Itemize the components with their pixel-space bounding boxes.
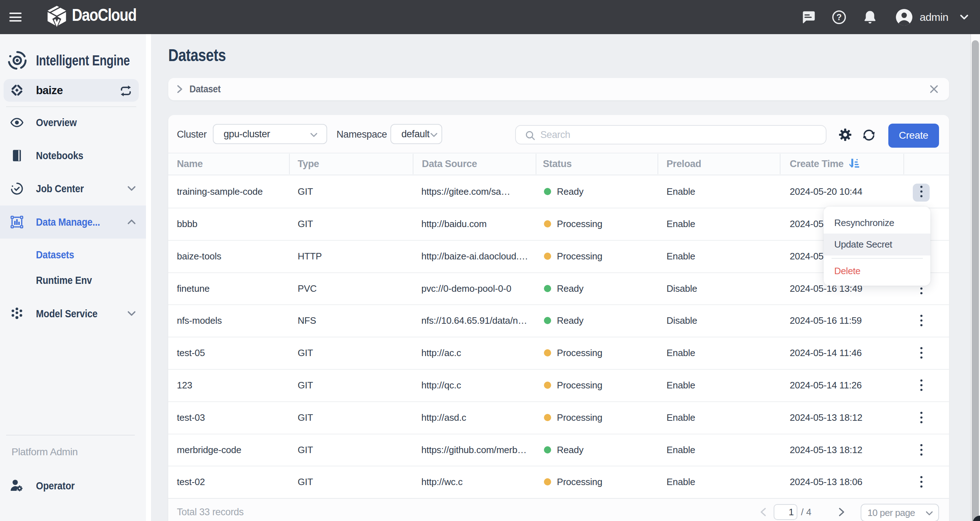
svg-text:?: ?	[837, 12, 842, 22]
